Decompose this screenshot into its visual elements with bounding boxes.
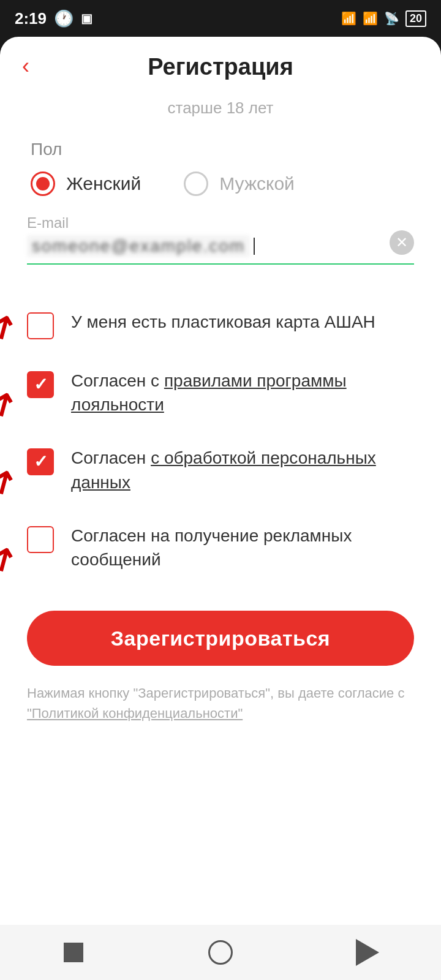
message-icon: ▣ <box>81 11 92 26</box>
checkbox-loyalty[interactable]: ✓ <box>27 371 54 398</box>
status-time: 2:19 <box>15 9 47 28</box>
checkbox-plastic-card-label: У меня есть пластиковая карта АШАН <box>71 310 414 334</box>
gender-male-label: Мужской <box>219 173 295 194</box>
gender-male-option[interactable]: Мужской <box>184 172 295 196</box>
age-hint: старше 18 лет <box>0 99 441 118</box>
disclaimer: Нажимая кнопку "Зарегистрироваться", вы … <box>27 683 414 723</box>
gender-female-radio-inner <box>36 177 50 190</box>
battery-icon: 20 <box>405 10 426 27</box>
checkbox-row-loyalty: ↗ ✓ Согласен с правилами программы лояль… <box>27 354 414 431</box>
loyalty-link[interactable]: правилами программы лояльности <box>71 371 347 414</box>
page-title: Регистрация <box>0 54 441 80</box>
register-button[interactable]: Зарегистрироваться <box>27 611 414 666</box>
email-clear-button[interactable]: ✕ <box>390 230 414 255</box>
wifi-icon: 📡 <box>384 11 399 26</box>
checkbox-plastic-card[interactable] <box>27 312 54 339</box>
registration-card: ‹ Регистрация старше 18 лет Пол Женский … <box>0 37 441 980</box>
gender-female-label: Женский <box>66 173 141 194</box>
gender-group: Женский Мужской <box>31 172 410 196</box>
gender-female-radio[interactable] <box>31 172 55 196</box>
signal2-icon: 📶 <box>363 11 378 26</box>
status-left: 2:19 🕐 ▣ <box>15 9 92 28</box>
alarm-icon: 🕐 <box>54 9 74 28</box>
nav-circle-icon <box>208 940 233 965</box>
checkbox-section: ↗ У меня есть пластиковая карта АШАН ↗ ✓… <box>27 295 414 586</box>
nav-recent-button[interactable] <box>349 934 386 971</box>
checkbox-loyalty-label: Согласен с правилами программы лояльност… <box>71 369 414 417</box>
arrow-annotation-4: ↗ <box>0 538 23 582</box>
email-label: E-mail <box>27 214 414 232</box>
nav-square-icon <box>64 943 83 962</box>
gender-label: Пол <box>31 140 410 159</box>
disclaimer-text: Нажимая кнопку "Зарегистрироваться", вы … <box>27 685 404 701</box>
nav-triangle-icon <box>356 939 379 966</box>
register-button-label: Зарегистрироваться <box>111 627 330 650</box>
back-icon: ‹ <box>22 53 29 78</box>
email-field-wrap: E-mail someone@example.com ✕ <box>27 214 414 265</box>
checkmark-personal-data: ✓ <box>34 453 48 470</box>
signal1-icon: 📶 <box>341 11 356 26</box>
checkbox-personal-data-label: Согласен с обработкой персональных данны… <box>71 446 414 494</box>
bottom-nav <box>0 925 441 980</box>
personal-data-link[interactable]: с обработкой персональных данных <box>71 448 376 491</box>
privacy-policy-link[interactable]: "Политикой конфиденциальности" <box>27 706 243 721</box>
arrow-annotation-2: ↗ <box>0 383 23 427</box>
email-cursor <box>254 238 255 255</box>
checkbox-personal-data[interactable]: ✓ <box>27 448 54 475</box>
checkbox-ads[interactable] <box>27 526 54 553</box>
checkmark-loyalty: ✓ <box>34 376 48 393</box>
checkbox-row-plastic-card: ↗ У меня есть пластиковая карта АШАН <box>27 295 414 354</box>
gender-male-radio[interactable] <box>184 172 208 196</box>
checkbox-row-ads: ↗ Согласен на получение рекламных сообще… <box>27 509 414 586</box>
nav-back-button[interactable] <box>202 934 239 971</box>
checkbox-ads-label: Согласен на получение рекламных сообщени… <box>71 524 414 571</box>
back-button[interactable]: ‹ <box>22 55 29 77</box>
email-value: someone@example.com <box>27 235 250 257</box>
arrow-annotation-1: ↗ <box>0 306 23 349</box>
gender-female-option[interactable]: Женский <box>31 172 141 196</box>
status-bar: 2:19 🕐 ▣ 📶 📶 📡 20 <box>0 0 441 37</box>
nav-home-button[interactable] <box>55 934 92 971</box>
arrow-annotation-3: ↗ <box>0 461 23 504</box>
checkbox-row-personal-data: ↗ ✓ Согласен с обработкой персональных д… <box>27 431 414 508</box>
status-right: 📶 📶 📡 20 <box>341 10 426 27</box>
